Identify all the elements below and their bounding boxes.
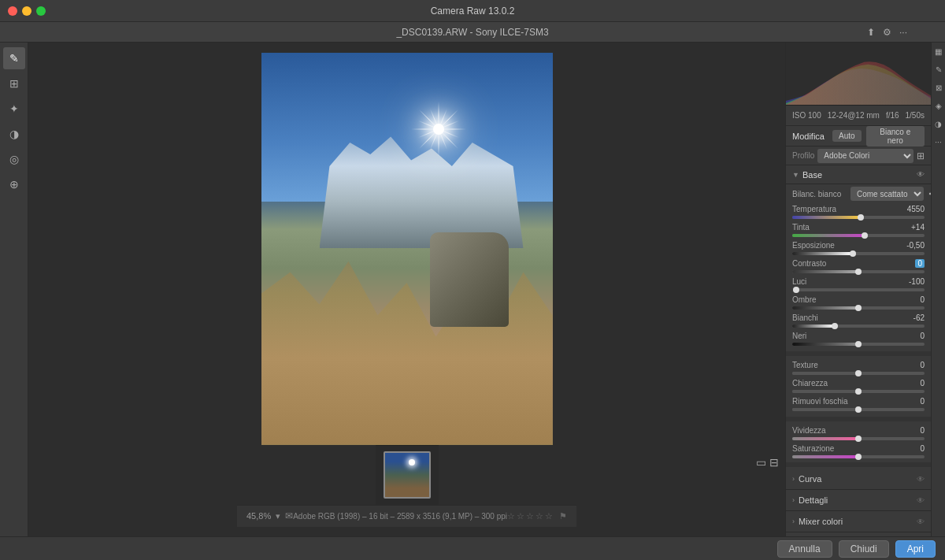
mask-tool[interactable]: ◑ bbox=[3, 123, 25, 145]
chiarezza-value[interactable]: 0 bbox=[920, 379, 925, 388]
menu-icon[interactable]: ··· bbox=[899, 27, 907, 38]
base-section-header[interactable]: ▼ Base 👁 bbox=[786, 165, 931, 184]
texture-thumb[interactable] bbox=[855, 370, 862, 376]
base-eye-icon[interactable]: 👁 bbox=[917, 170, 925, 179]
curva-eye[interactable]: 👁 bbox=[917, 475, 925, 484]
tinta-value[interactable]: +14 bbox=[911, 223, 925, 232]
star-3[interactable]: ☆ bbox=[526, 511, 534, 521]
minimize-button[interactable] bbox=[22, 6, 32, 16]
saturazione-track[interactable] bbox=[792, 455, 925, 458]
crop-icon[interactable]: ⊠ bbox=[936, 83, 942, 92]
saturazione-thumb[interactable] bbox=[855, 454, 862, 460]
profile-label: Profilo bbox=[792, 151, 814, 160]
esposizione-track[interactable] bbox=[792, 252, 925, 255]
profile-grid-icon[interactable]: ⊞ bbox=[917, 150, 925, 161]
bianchi-thumb[interactable] bbox=[832, 323, 838, 329]
vividezza-track[interactable] bbox=[792, 437, 925, 440]
star-4[interactable]: ☆ bbox=[536, 511, 543, 521]
right-panel: ISO 100 12-24@12 mm f/16 1/50s Modifica … bbox=[785, 43, 931, 536]
heal-tool[interactable]: ✦ bbox=[3, 98, 25, 120]
heal-icon-right[interactable]: ◈ bbox=[936, 102, 942, 110]
texture-track[interactable] bbox=[792, 372, 925, 375]
bianchi-track[interactable] bbox=[792, 325, 925, 328]
maximize-button[interactable] bbox=[36, 6, 46, 16]
share-icon[interactable]: ⬆ bbox=[867, 27, 875, 38]
ombre-label: Ombre bbox=[792, 295, 817, 304]
balance-row: Bilanc. bianco Come scattato ✒ bbox=[786, 184, 931, 203]
temperatura-track[interactable] bbox=[792, 216, 925, 219]
rimuovi-foschia-thumb[interactable] bbox=[855, 406, 862, 413]
single-view-icon[interactable]: ▭ bbox=[756, 456, 766, 469]
vividezza-value[interactable]: 0 bbox=[920, 426, 925, 435]
chiudi-button[interactable]: Chiudi bbox=[839, 540, 889, 558]
chiarezza-thumb[interactable] bbox=[855, 388, 862, 395]
profile-row: Profilo Adobe Colori ⊞ bbox=[786, 146, 931, 165]
neri-value[interactable]: 0 bbox=[920, 332, 925, 340]
titlebar: Camera Raw 13.0.2 bbox=[0, 0, 945, 22]
luci-label: Luci bbox=[792, 277, 806, 286]
more-icon[interactable]: ··· bbox=[935, 138, 941, 146]
esposizione-value[interactable]: -0,50 bbox=[906, 241, 925, 250]
contrasto-thumb[interactable] bbox=[855, 269, 862, 275]
snap-tool[interactable]: ⊕ bbox=[3, 173, 25, 195]
dettagli-eye[interactable]: 👁 bbox=[917, 496, 925, 505]
tinta-thumb[interactable] bbox=[862, 232, 868, 239]
bianchi-value[interactable]: -62 bbox=[914, 313, 925, 322]
settings-icon[interactable]: ⚙ bbox=[883, 27, 891, 38]
window-controls[interactable] bbox=[8, 6, 46, 16]
curva-header[interactable]: › Curva 👁 bbox=[786, 469, 931, 489]
neri-thumb[interactable] bbox=[855, 341, 862, 347]
crop-tool[interactable]: ⊞ bbox=[3, 72, 25, 95]
temperatura-thumb[interactable] bbox=[858, 214, 864, 221]
star-5[interactable]: ☆ bbox=[545, 511, 553, 521]
luci-track[interactable] bbox=[792, 288, 925, 291]
ombre-track[interactable] bbox=[792, 306, 925, 310]
contrasto-track[interactable] bbox=[792, 270, 925, 273]
ombre-value[interactable]: 0 bbox=[920, 295, 925, 304]
esposizione-thumb[interactable] bbox=[850, 250, 856, 257]
star-1[interactable]: ☆ bbox=[507, 511, 515, 521]
luci-thumb[interactable] bbox=[793, 287, 799, 293]
bw-button[interactable]: Bianco e nero bbox=[866, 126, 925, 146]
view-controls[interactable]: ▭ ⊟ bbox=[756, 456, 779, 469]
filmstrip-thumb-1[interactable] bbox=[384, 451, 431, 499]
panel-scroll[interactable]: ▼ Base 👁 Bilanc. bianco Come scattato ✒ … bbox=[786, 165, 931, 536]
histogram-icon[interactable]: ▦ bbox=[935, 47, 942, 56]
star-2[interactable]: ☆ bbox=[517, 511, 524, 521]
neri-track[interactable] bbox=[792, 343, 925, 346]
texture-value[interactable]: 0 bbox=[920, 361, 925, 369]
contrasto-value[interactable]: 0 bbox=[915, 259, 925, 268]
annulla-button[interactable]: Annulla bbox=[777, 540, 832, 558]
balance-select[interactable]: Come scattato bbox=[850, 187, 924, 201]
tinta-track[interactable] bbox=[792, 234, 925, 237]
file-info: Adobe RGB (1998) – 16 bit – 2589 x 3516 … bbox=[293, 512, 507, 521]
temperatura-value[interactable]: 4550 bbox=[907, 205, 925, 213]
vividezza-thumb[interactable] bbox=[855, 436, 862, 442]
apri-button[interactable]: Apri bbox=[895, 540, 936, 558]
curva-section: › Curva 👁 bbox=[786, 469, 931, 490]
saturazione-value[interactable]: 0 bbox=[920, 444, 925, 453]
right-icons: ▦ ✎ ⊠ ◈ ◑ ··· bbox=[931, 43, 945, 536]
chiarezza-track[interactable] bbox=[792, 390, 925, 393]
dettagli-header[interactable]: › Dettagli 👁 bbox=[786, 490, 931, 510]
rimuovi-foschia-track[interactable] bbox=[792, 408, 925, 411]
rimuovi-foschia-value[interactable]: 0 bbox=[920, 397, 925, 406]
chiarezza-label: Chiarezza bbox=[792, 379, 828, 388]
edit-icon[interactable]: ✎ bbox=[936, 65, 942, 74]
auto-button[interactable]: Auto bbox=[832, 130, 862, 142]
mixer-eye[interactable]: 👁 bbox=[917, 517, 925, 526]
edit-tool[interactable]: ✎ bbox=[3, 47, 25, 69]
profile-select[interactable]: Adobe Colori bbox=[817, 149, 914, 163]
flag-icon[interactable]: ⚑ bbox=[559, 511, 567, 521]
close-button[interactable] bbox=[8, 6, 17, 16]
message-icon[interactable]: ✉ bbox=[285, 510, 293, 521]
redeye-tool[interactable]: ◎ bbox=[3, 148, 25, 170]
zoom-dropdown-icon[interactable]: ▾ bbox=[276, 511, 280, 521]
mixer-colori-header[interactable]: › Mixer colori 👁 bbox=[786, 511, 931, 532]
rating-stars[interactable]: ☆ ☆ ☆ ☆ ☆ bbox=[507, 511, 553, 521]
compare-view-icon[interactable]: ⊟ bbox=[769, 456, 779, 469]
mask-icon-right[interactable]: ◑ bbox=[935, 120, 942, 128]
luci-value[interactable]: -100 bbox=[909, 277, 925, 286]
ombre-thumb[interactable] bbox=[855, 305, 862, 311]
base-title: Base bbox=[802, 170, 822, 180]
